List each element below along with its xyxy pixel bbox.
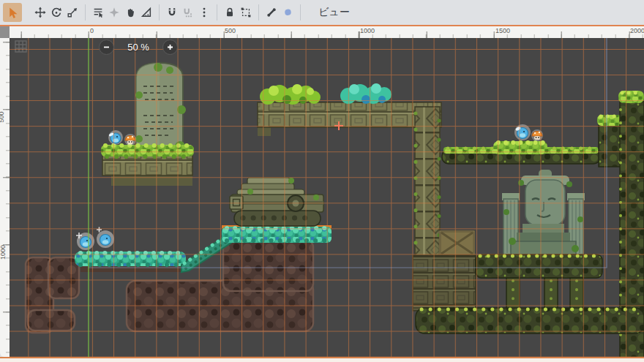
editor-grid — [10, 38, 644, 357]
magnet-icon — [166, 7, 178, 18]
smart-snap-toggle[interactable] — [164, 3, 180, 22]
sparkle-icon — [108, 7, 120, 18]
list-select-tool-button[interactable] — [90, 3, 106, 22]
group-button[interactable] — [238, 3, 254, 22]
minus-icon — [102, 43, 111, 51]
lock-icon — [224, 7, 236, 18]
bone-icon — [266, 7, 277, 18]
zoom-widget: 50 % — [99, 39, 178, 55]
zoom-in-button[interactable] — [162, 39, 178, 55]
zoom-out-button[interactable] — [99, 39, 114, 55]
toolbar-divider — [217, 4, 217, 20]
toolbar-divider — [258, 4, 259, 20]
plus-icon — [166, 43, 174, 51]
select-tool-button[interactable] — [3, 3, 22, 22]
scene-viewport[interactable]: 50 % — [10, 38, 644, 357]
cursor-arrow-icon — [7, 7, 19, 19]
toolbar: ビュー — [0, 0, 644, 26]
zoom-level-label[interactable]: 50 % — [114, 42, 162, 53]
move-arrows-icon — [34, 7, 46, 18]
ruler-label: 2000 — [630, 27, 644, 34]
move-tool-button[interactable] — [32, 3, 48, 22]
rotate-icon — [50, 7, 62, 18]
group-icon — [240, 7, 252, 18]
panel-bottom-edge — [0, 357, 644, 362]
scale-icon — [67, 7, 78, 18]
view-menu-button[interactable]: ビュー — [311, 4, 357, 21]
grid-magnet-icon — [182, 7, 194, 18]
vertical-ruler: 500 1000 — [0, 38, 10, 357]
lock-button[interactable] — [222, 3, 238, 22]
toolbar-divider — [159, 4, 160, 20]
triangle-ruler-icon — [141, 7, 152, 18]
ruler-tool-button[interactable] — [138, 3, 154, 22]
list-select-icon — [92, 7, 104, 18]
ruler-corner — [0, 26, 10, 38]
ruler-label: 1000 — [360, 27, 375, 34]
vertical-dots-icon — [198, 7, 210, 18]
horizontal-ruler: 0 500 1000 1500 2000 — [10, 26, 644, 38]
ruler-label: 1500 — [495, 27, 510, 34]
ruler-label: 500 — [0, 111, 5, 122]
toolbar-divider — [85, 4, 86, 20]
pan-tool-button[interactable] — [122, 3, 138, 22]
blob-icon — [282, 7, 293, 18]
snap-options-menu-button[interactable] — [196, 3, 212, 22]
hand-icon — [124, 7, 136, 18]
transform-sparkle-tool-button[interactable] — [106, 3, 122, 22]
editor-window: ビュー 0 500 1000 1500 2000 500 1000 — [0, 0, 644, 362]
softbody-button[interactable] — [280, 3, 296, 22]
skeleton-options-button[interactable] — [263, 3, 280, 22]
scene-canvas — [10, 38, 644, 357]
rotate-tool-button[interactable] — [48, 3, 64, 22]
grid-snap-toggle[interactable] — [180, 3, 196, 22]
ghost-grid-icon — [15, 40, 27, 53]
toolbar-divider — [300, 4, 301, 20]
ruler-label: 500 — [225, 27, 236, 34]
ruler-label: 0 — [90, 27, 94, 34]
scale-tool-button[interactable] — [64, 3, 80, 22]
ruler-label: 1000 — [0, 245, 7, 260]
